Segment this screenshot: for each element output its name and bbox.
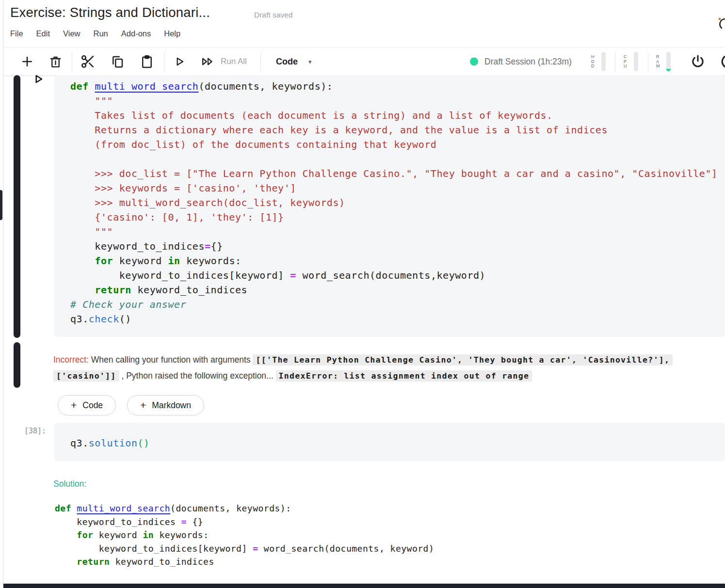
code-cell-1[interactable]: def multi_word_search(documents, keyword… [54,75,725,337]
code-editor-2[interactable]: q3.solution() [54,423,725,450]
args-code-line2: ['casino']] [53,370,119,381]
toolbar-divider [72,53,72,71]
bottom-panel-edge[interactable] [3,584,725,588]
toolbar-divider [260,53,261,71]
toolbar: Run All Code ▾ Draft Session (1h:23m) HD… [3,47,725,76]
plus-icon: + [140,399,146,411]
menu-help[interactable]: Help [164,29,180,38]
run-all-label: Run All [221,57,247,66]
selected-cell-indicator[interactable] [14,75,20,338]
result-message-before: When calling your function with argument… [89,355,253,365]
power-button[interactable] [690,54,706,69]
add-code-label: Code [82,400,103,411]
exception-code: IndexError: list assignment index out of… [276,370,532,381]
result-message-middle: , Python raised the following exception.… [119,371,276,381]
notebook-window: Exercise: Strings and Dictionari... Draf… [0,0,725,588]
run-cell-button[interactable] [173,55,186,68]
toolbar-divider [164,53,164,71]
cpu-meter-label: CPU [624,55,628,69]
output-cell-indicator[interactable] [14,342,20,388]
save-status: Draft saved [254,11,292,19]
toolbar-divider [615,53,615,71]
execution-count: [38]: [24,427,46,435]
chevron-down-icon: ▾ [308,58,312,65]
add-markdown-label: Markdown [152,400,191,411]
left-edge-scroll-handle[interactable] [0,190,2,220]
copy-cell-button[interactable] [110,54,125,69]
ram-meter [666,52,671,71]
profile-icon[interactable] [717,15,725,29]
menu-add-ons[interactable]: Add-ons [121,29,151,38]
run-this-cell-button[interactable] [32,73,45,85]
cpu-meter [634,52,638,71]
solution-label: Solution: [53,479,86,489]
check-result-output: Incorrect: When calling your function wi… [53,352,725,384]
window-left-border [3,0,3,588]
add-markdown-cell-button[interactable]: + Markdown [127,395,204,415]
restart-session-button[interactable] [720,53,725,70]
menu-file[interactable]: File [10,29,23,38]
run-all-button[interactable]: Run All [200,55,247,68]
menu-run[interactable]: Run [94,29,108,38]
ram-meter-label: RAM [656,55,661,69]
plus-icon: + [71,399,77,411]
args-code-line1: [['The Learn Python Challenge Casino', '… [253,354,673,366]
code-cell-2[interactable]: q3.solution() [54,423,725,461]
code-editor-1[interactable]: def multi_word_search(documents, keyword… [54,75,725,326]
notebook-title[interactable]: Exercise: Strings and Dictionari... [10,5,210,20]
hdd-meter-label: HDD [591,55,596,69]
hdd-meter [601,52,606,71]
paste-cell-button[interactable] [140,54,154,69]
delete-cell-button[interactable] [48,55,63,69]
session-label: Draft Session (1h:23m) [484,57,572,67]
toolbar-divider [648,53,648,71]
incorrect-label: Incorrect: [53,355,89,365]
add-cell-button[interactable] [20,54,34,69]
cut-cell-button[interactable] [80,54,96,69]
add-code-cell-button[interactable]: + Code [58,395,116,415]
cell-type-dropdown[interactable]: Code ▾ [276,57,312,67]
cell-type-label: Code [276,57,298,67]
header: Exercise: Strings and Dictionari... Draf… [3,0,725,47]
menu-edit[interactable]: Edit [36,29,50,38]
session-status-dot [470,58,478,66]
menu-view[interactable]: View [63,29,80,38]
menubar: File Edit View Run Add-ons Help [10,29,180,38]
solution-code: def multi_word_search(documents, keyword… [55,502,434,569]
